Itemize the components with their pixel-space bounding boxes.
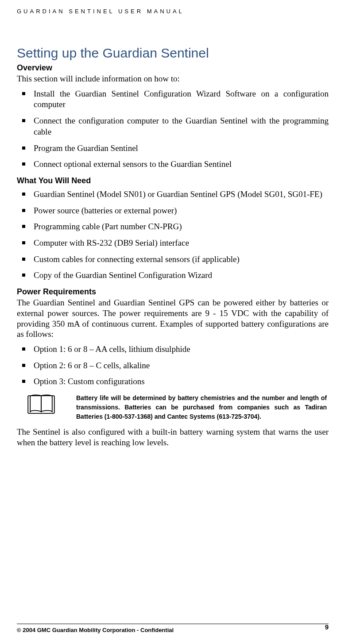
power-outro: The Sentinel is also configured with a b… — [17, 427, 329, 448]
book-icon — [17, 393, 76, 417]
heading-what-you-need: What You Will Need — [17, 176, 329, 185]
page-number: 9 — [325, 623, 329, 631]
list-item: Option 2: 6 or 8 – C cells, alkaline — [17, 360, 329, 371]
list-item: Connect the configuration computer to th… — [17, 116, 329, 137]
list-item: Guardian Sentinel (Model SN01) or Guardi… — [17, 189, 329, 200]
list-item: Option 3: Custom configurations — [17, 376, 329, 387]
list-item: Power source (batteries or external powe… — [17, 205, 329, 216]
page-title: Setting up the Guardian Sentinel — [17, 46, 329, 61]
page-footer: © 2004 GMC Guardian Mobility Corporation… — [17, 624, 329, 634]
list-item: Programming cable (Part number CN-PRG) — [17, 221, 329, 232]
running-header: GUARDIAN SENTINEL USER MANUAL — [17, 8, 329, 15]
list-item: Custom cables for connecting external se… — [17, 254, 329, 265]
list-item: Install the Guardian Sentinel Configurat… — [17, 89, 329, 110]
power-intro: The Guardian Sentinel and Guardian Senti… — [17, 297, 329, 339]
list-item: Program the Guardian Sentinel — [17, 143, 329, 154]
heading-overview: Overview — [17, 63, 329, 73]
list-item: Option 1: 6 or 8 – AA cells, lithium dis… — [17, 344, 329, 355]
document-page: GUARDIAN SENTINEL USER MANUAL Setting up… — [0, 0, 341, 644]
overview-list: Install the Guardian Sentinel Configurat… — [17, 89, 329, 170]
list-item: Copy of the Guardian Sentinel Configurat… — [17, 270, 329, 281]
need-list: Guardian Sentinel (Model SN01) or Guardi… — [17, 189, 329, 281]
power-list: Option 1: 6 or 8 – AA cells, lithium dis… — [17, 344, 329, 387]
list-item: Computer with RS-232 (DB9 Serial) interf… — [17, 238, 329, 249]
footer-copyright: © 2004 GMC Guardian Mobility Corporation… — [17, 627, 174, 633]
heading-power-requirements: Power Requirements — [17, 287, 329, 297]
note-text: Battery life will be determined by batte… — [76, 393, 329, 421]
list-item: Connect optional external sensors to the… — [17, 159, 329, 170]
overview-intro: This section will include information on… — [17, 73, 329, 84]
note-block: Battery life will be determined by batte… — [17, 393, 329, 421]
